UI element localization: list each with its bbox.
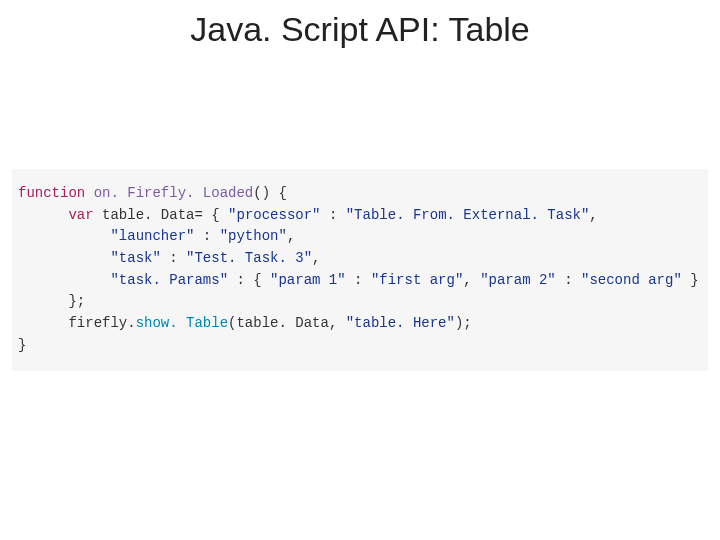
punct: , xyxy=(329,315,346,331)
punct: }; xyxy=(68,293,85,309)
keyword-var: var xyxy=(68,207,93,223)
val-param2: "second arg" xyxy=(581,272,682,288)
punct: , xyxy=(312,250,320,266)
key-taskparams: "task. Params" xyxy=(110,272,228,288)
val-task: "Test. Task. 3" xyxy=(186,250,312,266)
punct: : xyxy=(346,272,371,288)
punct: , xyxy=(589,207,597,223)
punct: = { xyxy=(194,207,228,223)
keyword-function: function xyxy=(18,185,85,201)
val-param1: "first arg" xyxy=(371,272,463,288)
arg-tabledata: table. Data xyxy=(236,315,328,331)
arg-tablehere: "table. Here" xyxy=(346,315,455,331)
punct: : xyxy=(321,207,346,223)
key-processor: "processor" xyxy=(228,207,320,223)
slide: Java. Script API: Table function on. Fir… xyxy=(0,0,720,540)
punct: } xyxy=(682,272,699,288)
punct: , xyxy=(287,228,295,244)
key-task: "task" xyxy=(110,250,160,266)
punct: : xyxy=(194,228,219,244)
punct: . xyxy=(127,315,135,331)
function-name: on. Firefly. Loaded xyxy=(94,185,254,201)
key-param2: "param 2" xyxy=(480,272,556,288)
code-block: function on. Firefly. Loaded() { var tab… xyxy=(12,169,708,371)
punct: : { xyxy=(228,272,270,288)
var-tabledata: table. Data xyxy=(102,207,194,223)
punct: , xyxy=(463,272,480,288)
method-showtable: show. Table xyxy=(136,315,228,331)
punct: : xyxy=(556,272,581,288)
punct: } xyxy=(18,337,26,353)
obj-firefly: firefly xyxy=(68,315,127,331)
val-processor: "Table. From. External. Task" xyxy=(346,207,590,223)
val-launcher: "python" xyxy=(220,228,287,244)
key-launcher: "launcher" xyxy=(110,228,194,244)
punct: () { xyxy=(253,185,287,201)
punct: ); xyxy=(455,315,472,331)
slide-title: Java. Script API: Table xyxy=(0,0,720,49)
key-param1: "param 1" xyxy=(270,272,346,288)
punct: : xyxy=(161,250,186,266)
